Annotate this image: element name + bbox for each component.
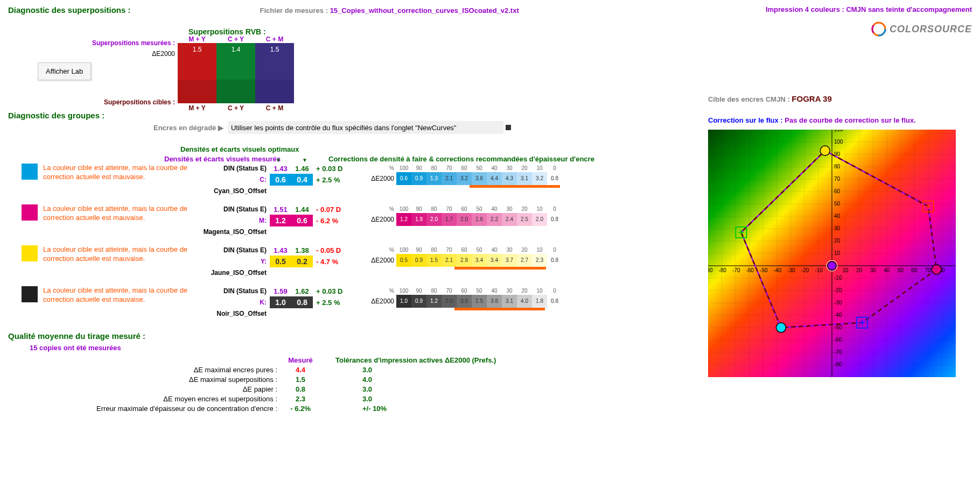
grad-header: 30 [502, 206, 517, 212]
grad-header: 50 [472, 247, 487, 253]
svg-text:-10: -10 [834, 275, 842, 281]
din-label: DIN (Status E) [202, 246, 270, 254]
grad-cell: 1.2 [396, 213, 411, 226]
de2000-label: ΔE2000 [89, 50, 175, 58]
grad-header: 100 [396, 206, 411, 212]
grad-header: 60 [457, 165, 472, 171]
din-label: DIN (Status E) [202, 205, 270, 213]
grad-header: 0 [547, 288, 562, 294]
grad-header: 30 [502, 247, 517, 253]
grad-cell: 3.6 [472, 172, 487, 185]
grad-header: 40 [487, 247, 502, 253]
grad-header: 100 [396, 247, 411, 253]
svg-point-81 [820, 146, 830, 155]
control-points-dropdown[interactable]: Utiliser les points de contrôle du flux … [228, 121, 503, 134]
grad-header: 20 [517, 247, 532, 253]
grad-cell: 2.5 [517, 213, 532, 226]
grad-cell: 2.0 [457, 213, 472, 226]
grad-cell: 4.3 [502, 172, 517, 185]
svg-text:-20: -20 [834, 287, 842, 293]
ink-name: Cyan_ISO_Offset [202, 187, 270, 195]
tolerance-bar [454, 267, 546, 270]
din-measured: 1.43 [270, 246, 291, 254]
grad-cell: 2.3 [532, 254, 547, 267]
quality-label: Erreur maximale d'épaisseur ou de concen… [8, 405, 282, 413]
din-optimal: 1.62 [291, 287, 313, 295]
grad-cell: 3.5 [457, 295, 472, 308]
tolerance-header: Tolérances d'impression actives ΔE2000 (… [319, 356, 562, 364]
svg-text:80: 80 [834, 164, 841, 169]
svg-text:-50: -50 [834, 324, 842, 330]
ink-letter: Y: [202, 258, 270, 265]
optimal-densities-title: Densités et écarts visuels optimaux [180, 145, 299, 153]
quality-label: ΔE maximal encres pures : [8, 366, 282, 374]
ink-name: Magenta_ISO_Offset [202, 228, 270, 236]
grad-header: 100 [396, 288, 411, 294]
grad-cell: 1.9 [411, 213, 426, 226]
grad-header: 40 [487, 206, 502, 212]
ink-name: Jaune_ISO_Offset [202, 269, 270, 277]
grad-header: 10 [532, 247, 547, 253]
de-measured-cell: 0.6 [270, 174, 291, 186]
measured-overprints-label: Superpositions mesurées : [89, 39, 175, 47]
section-title-overprints: Diagnostic des superpositions : [8, 5, 131, 15]
svg-text:-80: -80 [719, 267, 727, 273]
grad-header: 60 [457, 288, 472, 294]
grad-cell: 2.0 [532, 213, 547, 226]
svg-text:40: 40 [834, 213, 841, 219]
grad-cell: 2.1 [442, 172, 457, 185]
quality-tolerance: 3.0 [319, 395, 438, 403]
corrections-title: Corrections de densité à faire & correct… [328, 155, 594, 163]
ink-swatch [22, 204, 38, 221]
svg-text:50: 50 [834, 201, 841, 207]
grad-header: 10 [532, 165, 547, 171]
chevron-down-icon[interactable] [506, 125, 511, 130]
file-name: 15_Copies_without_correction_curves_ISOc… [330, 6, 519, 15]
din-optimal: 1.46 [291, 165, 313, 173]
tolerance-bar [470, 185, 560, 188]
gamut-chart: -80-70-60-50-40-30-20-101020304050607080… [708, 130, 956, 377]
din-measured: 1.51 [270, 205, 291, 214]
din-label: DIN (Status E) [202, 287, 270, 295]
grad-header: 80 [426, 165, 442, 171]
svg-text:70: 70 [834, 176, 841, 182]
din-delta: - 0.05 D [313, 246, 359, 254]
grad-cell: 0.9 [411, 172, 426, 185]
quality-value: 1.5 [282, 375, 319, 384]
de-optimal-cell: 0.8 [291, 296, 313, 308]
grad-cell: 0.8 [547, 213, 562, 226]
quality-label: ΔE moyen encres et superpositions : [8, 395, 282, 403]
grad-cell: 3.4 [487, 254, 502, 267]
grad-cell: 4.4 [487, 172, 502, 185]
quality-value: 0.8 [282, 385, 319, 393]
de-delta: - 4.7 % [313, 258, 359, 266]
overprint-measured-swatch [178, 56, 216, 80]
quality-value: - 6.2% [282, 405, 319, 413]
show-lab-button[interactable]: Afficher Lab [38, 62, 91, 80]
svg-text:-20: -20 [801, 267, 809, 273]
quality-tolerance: 4.0 [319, 375, 438, 384]
grad-cell: 0.5 [396, 254, 411, 267]
ink-swatch [22, 245, 38, 261]
svg-text:30: 30 [870, 267, 877, 273]
overprint-target-swatch [216, 80, 255, 103]
de-optimal-cell: 0.6 [291, 215, 313, 226]
tolerance-bar [454, 308, 545, 310]
ink-letter: K: [202, 299, 270, 306]
svg-text:-30: -30 [787, 267, 795, 273]
svg-text:-30: -30 [834, 300, 842, 306]
svg-point-93 [828, 261, 836, 270]
quality-value: 2.3 [282, 395, 319, 403]
grad-header: 40 [487, 165, 502, 171]
quality-value: 4.4 [282, 366, 319, 374]
quality-label: ΔE maximal superpositions : [8, 375, 282, 384]
grad-header: 70 [442, 206, 457, 212]
ink-warning-text: La couleur cible est atteinte, mais la c… [43, 286, 199, 304]
step-label: Pas de 10% [417, 135, 757, 143]
grad-cell: 0.6 [396, 172, 411, 185]
grad-cell: 3.7 [502, 254, 517, 267]
quality-row: ΔE papier : 0.8 3.0 [8, 384, 972, 394]
grad-header: 20 [517, 165, 532, 171]
grad-cell: 0.8 [547, 254, 562, 267]
grad-header: 70 [442, 247, 457, 253]
